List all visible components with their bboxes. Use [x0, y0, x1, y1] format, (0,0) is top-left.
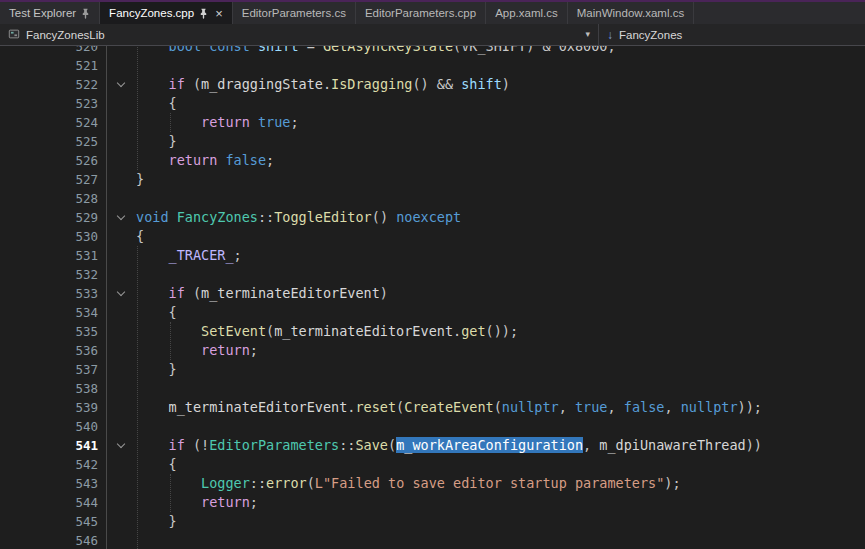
code-text	[134, 531, 136, 549]
line-number: 521	[0, 56, 106, 75]
code-line[interactable]: 533 if (m_terminateEditorEvent)	[0, 284, 865, 303]
project-dropdown[interactable]: FancyZonesLib ▾	[0, 24, 598, 45]
fold-chevron-icon[interactable]	[106, 436, 134, 455]
fold-margin	[106, 151, 134, 170]
code-text	[134, 189, 136, 208]
code-text: }	[134, 360, 177, 379]
tab-app-xaml-cs[interactable]: App.xaml.cs	[486, 2, 568, 24]
code-line[interactable]: 540	[0, 417, 865, 436]
code-lines-layer: 520 bool const shift = GetAsyncKeyState(…	[0, 46, 865, 549]
code-text: if (m_draggingState.IsDragging() && shif…	[134, 75, 510, 94]
code-line[interactable]: 531 _TRACER_;	[0, 246, 865, 265]
line-number: 543	[0, 474, 106, 493]
line-number: 532	[0, 265, 106, 284]
code-text: SetEvent(m_terminateEditorEvent.get());	[134, 322, 518, 341]
code-line[interactable]: 538	[0, 379, 865, 398]
line-number: 524	[0, 113, 106, 132]
code-line[interactable]: 528	[0, 189, 865, 208]
fold-chevron-icon[interactable]	[106, 75, 134, 94]
line-number: 528	[0, 189, 106, 208]
fold-margin	[106, 493, 134, 512]
close-icon[interactable]: ×	[215, 7, 223, 20]
code-line[interactable]: 524 return true;	[0, 113, 865, 132]
line-number: 534	[0, 303, 106, 322]
code-line[interactable]: 545 }	[0, 512, 865, 531]
code-text: if (!EditorParameters::Save(m_workAreaCo…	[134, 436, 762, 455]
code-line[interactable]: 546	[0, 531, 865, 549]
code-text: return;	[134, 341, 258, 360]
chevron-down-icon[interactable]: ▾	[585, 30, 590, 39]
code-line[interactable]: 526 return false;	[0, 151, 865, 170]
fold-chevron-icon[interactable]	[106, 208, 134, 227]
code-text: return true;	[134, 113, 299, 132]
scope-dropdown[interactable]: ↓ FancyZones	[599, 24, 690, 45]
line-number: 539	[0, 398, 106, 417]
tab-test-explorer[interactable]: Test Explorer	[0, 2, 100, 24]
pin-icon[interactable]	[199, 8, 208, 19]
code-line[interactable]: 527}	[0, 170, 865, 189]
code-line[interactable]: 542 {	[0, 455, 865, 474]
code-text: bool const shift = GetAsyncKeyState(VK_S…	[134, 46, 616, 56]
fold-margin	[106, 170, 134, 189]
project-dropdown-label: FancyZonesLib	[26, 29, 105, 41]
code-text: }	[134, 132, 177, 151]
tab-mainwindow-xaml-cs[interactable]: MainWindow.xaml.cs	[568, 2, 694, 24]
line-number: 536	[0, 341, 106, 360]
tab-editorparameters-cs[interactable]: EditorParameters.cs	[233, 2, 356, 24]
line-number: 522	[0, 75, 106, 94]
code-text: {	[134, 94, 177, 113]
fold-margin	[106, 189, 134, 208]
code-line[interactable]: 520 bool const shift = GetAsyncKeyState(…	[0, 46, 865, 56]
navigation-bar: FancyZonesLib ▾ ↓ FancyZones	[0, 24, 865, 46]
fold-margin	[106, 227, 134, 246]
scope-dropdown-label: FancyZones	[619, 29, 682, 41]
code-line[interactable]: 521	[0, 56, 865, 75]
fold-margin	[106, 246, 134, 265]
code-line[interactable]: 522 if (m_draggingState.IsDragging() && …	[0, 75, 865, 94]
fold-margin	[106, 46, 134, 56]
fold-margin	[106, 94, 134, 113]
code-line[interactable]: 534 {	[0, 303, 865, 322]
fold-margin	[106, 531, 134, 549]
tab-label: EditorParameters.cs	[242, 7, 346, 19]
fold-chevron-icon[interactable]	[106, 284, 134, 303]
code-line[interactable]: 543 Logger::error(L"Failed to save edito…	[0, 474, 865, 493]
code-line[interactable]: 525 }	[0, 132, 865, 151]
line-number: 531	[0, 246, 106, 265]
code-line[interactable]: 529void FancyZones::ToggleEditor() noexc…	[0, 208, 865, 227]
fold-margin	[106, 56, 134, 75]
fold-margin	[106, 341, 134, 360]
fold-margin	[106, 303, 134, 322]
code-line[interactable]: 541 if (!EditorParameters::Save(m_workAr…	[0, 436, 865, 455]
code-text: _TRACER_;	[134, 246, 242, 265]
code-line[interactable]: 535 SetEvent(m_terminateEditorEvent.get(…	[0, 322, 865, 341]
fold-margin	[106, 379, 134, 398]
code-line[interactable]: 523 {	[0, 94, 865, 113]
code-line[interactable]: 530{	[0, 227, 865, 246]
tab-fancyzones-cpp[interactable]: FancyZones.cpp ×	[100, 2, 233, 24]
line-number: 526	[0, 151, 106, 170]
code-text	[134, 265, 136, 284]
code-text: return false;	[134, 151, 274, 170]
line-number: 546	[0, 531, 106, 549]
code-text: return;	[134, 493, 258, 512]
code-line[interactable]: 539 m_terminateEditorEvent.reset(CreateE…	[0, 398, 865, 417]
tab-label: App.xaml.cs	[495, 7, 558, 19]
pin-icon[interactable]	[81, 8, 90, 19]
fold-margin	[106, 265, 134, 284]
line-number: 527	[0, 170, 106, 189]
code-line[interactable]: 532	[0, 265, 865, 284]
code-line[interactable]: 536 return;	[0, 341, 865, 360]
tab-bar-filler	[694, 2, 865, 24]
code-line[interactable]: 537 }	[0, 360, 865, 379]
line-number: 544	[0, 493, 106, 512]
fold-margin	[106, 113, 134, 132]
line-number: 535	[0, 322, 106, 341]
code-line[interactable]: 544 return;	[0, 493, 865, 512]
tab-editorparameters-cpp[interactable]: EditorParameters.cpp	[356, 2, 486, 24]
fold-margin	[106, 360, 134, 379]
code-text: Logger::error(L"Failed to save editor st…	[134, 474, 681, 493]
code-text: void FancyZones::ToggleEditor() noexcept	[134, 208, 461, 227]
fold-margin	[106, 474, 134, 493]
code-editor[interactable]: 520 bool const shift = GetAsyncKeyState(…	[0, 46, 865, 549]
